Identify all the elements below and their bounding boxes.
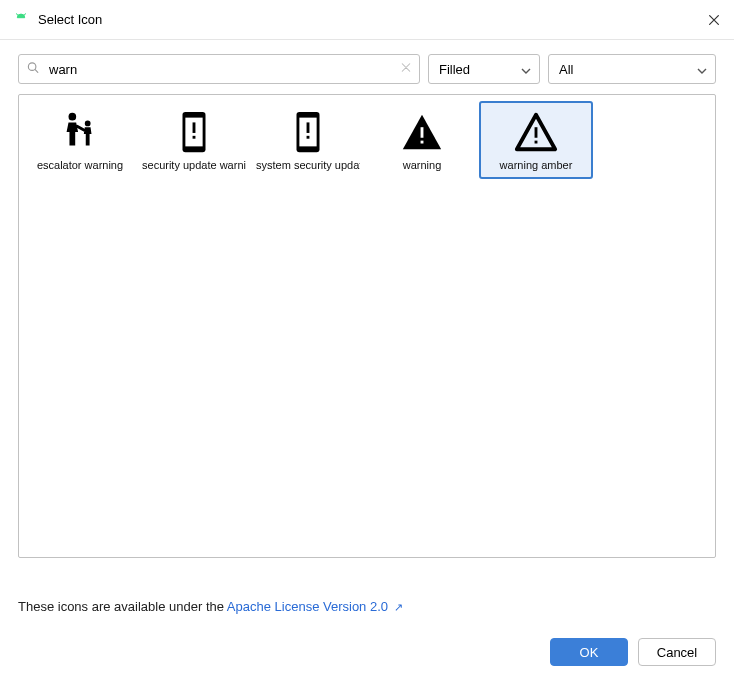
warning-amber-icon xyxy=(513,109,559,155)
svg-rect-9 xyxy=(307,122,310,133)
style-dropdown-label: Filled xyxy=(439,62,521,77)
icon-cell-system-security-update[interactable]: system security update xyxy=(251,101,365,179)
controls-row: Filled All xyxy=(0,40,734,94)
svg-rect-14 xyxy=(535,141,538,144)
license-link[interactable]: Apache License Version 2.0 xyxy=(227,599,388,614)
svg-rect-10 xyxy=(307,136,310,139)
icon-cell-escalator-warning[interactable]: escalator warning xyxy=(23,101,137,179)
chevron-down-icon xyxy=(521,62,531,77)
icon-label: warning xyxy=(370,159,474,171)
icon-cell-warning[interactable]: warning xyxy=(365,101,479,179)
warning-icon xyxy=(399,109,445,155)
security-update-warning-icon xyxy=(171,109,217,155)
chevron-down-icon xyxy=(697,62,707,77)
search-wrap xyxy=(18,54,420,84)
svg-rect-5 xyxy=(193,122,196,133)
footer: These icons are available under the Apac… xyxy=(0,585,734,684)
icon-label: warning amber xyxy=(484,159,588,171)
license-prefix: These icons are available under the xyxy=(18,599,227,614)
style-dropdown[interactable]: Filled xyxy=(428,54,540,84)
search-input[interactable] xyxy=(18,54,420,84)
escalator-warning-icon xyxy=(57,109,103,155)
external-link-icon: ↗ xyxy=(394,601,403,613)
window-title: Select Icon xyxy=(38,12,706,27)
button-row: OK Cancel xyxy=(18,638,716,666)
svg-rect-13 xyxy=(535,127,538,138)
svg-rect-11 xyxy=(421,127,424,138)
icon-grid: escalator warningsecurity update warnisy… xyxy=(18,94,716,558)
android-icon xyxy=(12,11,30,29)
svg-rect-12 xyxy=(421,141,424,144)
svg-point-1 xyxy=(69,113,77,121)
icon-cell-security-update-warning[interactable]: security update warni xyxy=(137,101,251,179)
icon-label: security update warni xyxy=(142,159,246,171)
clear-icon[interactable] xyxy=(400,62,412,77)
category-dropdown-label: All xyxy=(559,62,697,77)
svg-rect-6 xyxy=(193,136,196,139)
icon-label: system security update xyxy=(256,159,360,171)
icon-cell-warning-amber[interactable]: warning amber xyxy=(479,101,593,179)
ok-button[interactable]: OK xyxy=(550,638,628,666)
category-dropdown[interactable]: All xyxy=(548,54,716,84)
system-security-update-icon xyxy=(285,109,331,155)
license-line: These icons are available under the Apac… xyxy=(18,599,716,614)
close-icon[interactable] xyxy=(706,12,722,28)
icon-label: escalator warning xyxy=(28,159,132,171)
cancel-button[interactable]: Cancel xyxy=(638,638,716,666)
titlebar: Select Icon xyxy=(0,0,734,40)
svg-point-2 xyxy=(85,121,91,127)
